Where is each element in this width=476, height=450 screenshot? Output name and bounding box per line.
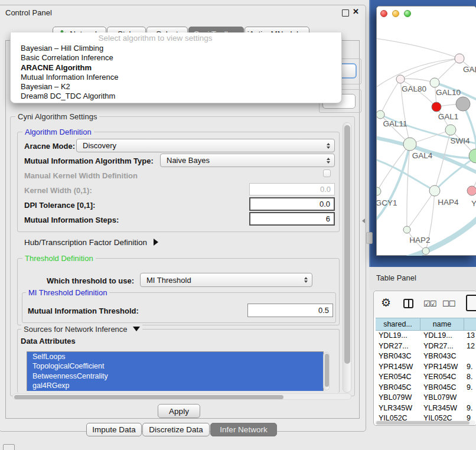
combo-spinner-icon bbox=[327, 158, 330, 164]
mi-algorithm-type-combobox[interactable]: Naive Bayes bbox=[160, 154, 335, 167]
table-cell: YBL079W bbox=[379, 393, 420, 403]
scrollbar-thumb[interactable] bbox=[376, 421, 470, 425]
attribute-item[interactable]: TopologicalCoefficient bbox=[27, 361, 323, 371]
tab-discretize-data[interactable]: Discretize Data bbox=[142, 423, 210, 436]
aracne-mode-combobox[interactable]: Discovery bbox=[76, 139, 335, 152]
node-label: GAL1 bbox=[438, 112, 459, 121]
algorithm-option[interactable]: Bayesian – Hill Climbing bbox=[11, 44, 341, 53]
node-label: GAL4 bbox=[412, 151, 433, 160]
node-label: HAP2 bbox=[409, 236, 430, 244]
network-view-window[interactable]: GAL GAL80 GAL10 GAL1 GAL11 SWI4 GAL4 GCY… bbox=[376, 6, 476, 256]
table-row[interactable]: YDR27... YDR27... 12 bbox=[374, 341, 476, 352]
panel-collapse-arrow-icon[interactable] bbox=[362, 219, 365, 223]
network-node[interactable] bbox=[377, 110, 384, 119]
attribute-list-scrollbar[interactable] bbox=[323, 352, 330, 390]
deselect-all-checks-icon[interactable]: ☐☐ bbox=[442, 299, 455, 308]
mi-algorithm-type-label: Mutual Information Algorithm Type: bbox=[24, 156, 154, 165]
sources-expander[interactable]: Sources for Network Inference bbox=[21, 325, 142, 334]
hub-definition-expander[interactable]: Hub/Transcription Factor Definition bbox=[24, 238, 158, 247]
algorithm-option[interactable]: Dream8 DC_TDC Algorithm bbox=[11, 92, 341, 101]
mi-steps-field[interactable]: 6 bbox=[249, 212, 335, 226]
table-cell: 13 bbox=[467, 331, 476, 341]
algorithm-option[interactable]: Mutual Information Inference bbox=[11, 73, 341, 82]
select-all-checks-icon[interactable]: ☑☑ bbox=[423, 299, 436, 308]
scrollbar-thumb[interactable] bbox=[344, 125, 350, 364]
dpi-tolerance-field[interactable]: 0.0 bbox=[249, 197, 335, 211]
network-node[interactable] bbox=[455, 54, 464, 63]
combo-spinner-icon bbox=[304, 277, 308, 283]
table-cell bbox=[467, 393, 476, 403]
algorithm-option[interactable]: Bayesian – K2 bbox=[11, 82, 341, 92]
attribute-item[interactable]: BetweennessCentrality bbox=[27, 371, 323, 381]
window-zoom-button[interactable] bbox=[404, 10, 411, 17]
algorithm-dropdown-popup: Select algorithm to view settings Bayesi… bbox=[10, 32, 342, 103]
tab-infer-network[interactable]: Infer Network bbox=[210, 423, 277, 436]
window-close-button[interactable] bbox=[380, 10, 387, 17]
manual-kernel-width-checkbox[interactable] bbox=[323, 169, 331, 177]
scrollbar-thumb[interactable] bbox=[14, 395, 283, 399]
dpi-tolerance-value: 0.0 bbox=[319, 200, 330, 208]
node-label: GAL10 bbox=[436, 88, 461, 97]
table-cell: YLR345W bbox=[423, 403, 464, 414]
table-cell: 12 bbox=[467, 341, 476, 352]
mi-threshold-field[interactable]: 0.5 bbox=[247, 304, 333, 317]
network-node-selected[interactable] bbox=[432, 102, 441, 112]
table-row[interactable]: YPR145W YPR145W 9. bbox=[374, 362, 476, 373]
aracne-mode-label: Aracne Mode: bbox=[24, 142, 75, 151]
settings-vertical-scrollbar[interactable] bbox=[343, 122, 351, 393]
network-node[interactable] bbox=[456, 97, 470, 111]
gear-icon[interactable]: ⚙ bbox=[381, 296, 391, 309]
new-table-icon[interactable] bbox=[466, 295, 476, 311]
apply-button[interactable]: Apply bbox=[158, 404, 200, 418]
network-canvas[interactable]: GAL GAL80 GAL10 GAL1 GAL11 SWI4 GAL4 GCY… bbox=[377, 20, 476, 256]
scrollbar-thumb[interactable] bbox=[325, 354, 329, 387]
tab-impute-data[interactable]: Impute Data bbox=[86, 423, 142, 436]
network-node[interactable] bbox=[403, 138, 416, 151]
attribute-item[interactable]: gal4RGexp bbox=[27, 381, 323, 390]
kernel-width-field[interactable]: 0.0 bbox=[249, 183, 335, 195]
column-header-partial[interactable] bbox=[464, 318, 476, 331]
network-node[interactable] bbox=[422, 247, 429, 255]
network-node[interactable] bbox=[429, 185, 440, 196]
tab-label: Discretize Data bbox=[149, 425, 203, 434]
table-cell: 9. bbox=[467, 383, 476, 393]
table-cell: YBR045C bbox=[379, 383, 420, 393]
cyni-settings-group-title: Cyni Algorithm Settings bbox=[15, 112, 99, 121]
combo-spinner-icon bbox=[327, 143, 330, 149]
split-columns-icon[interactable] bbox=[403, 299, 413, 308]
table-panel-titlebar: Table Panel bbox=[369, 268, 476, 290]
network-node[interactable] bbox=[467, 186, 476, 195]
network-node[interactable] bbox=[377, 187, 381, 195]
table-row[interactable]: YBR043C YBR043C bbox=[374, 351, 476, 362]
network-node[interactable] bbox=[430, 78, 439, 87]
attribute-item[interactable]: SelfLoops bbox=[27, 352, 323, 361]
float-window-icon[interactable] bbox=[342, 9, 349, 17]
kernel-width-value: 0.0 bbox=[320, 185, 331, 194]
table-row[interactable]: YBL079W YBL079W bbox=[374, 393, 476, 403]
column-header-shared-name[interactable]: shared... bbox=[376, 318, 420, 331]
network-node[interactable] bbox=[396, 75, 405, 83]
settings-horizontal-scrollbar[interactable] bbox=[12, 393, 351, 400]
table-row[interactable]: YBR045C YBR045C 9. bbox=[374, 383, 476, 393]
table-horizontal-scrollbar[interactable] bbox=[375, 420, 475, 425]
network-node[interactable] bbox=[403, 226, 410, 233]
column-header-name[interactable]: name bbox=[420, 318, 464, 331]
node-label: HAP4 bbox=[438, 198, 459, 207]
data-attributes-list[interactable]: SelfLoops TopologicalCoefficient Between… bbox=[27, 351, 324, 391]
algorithm-option-highlighted[interactable]: ARACNE Algorithm bbox=[11, 63, 341, 73]
table-cell: YDR27... bbox=[423, 341, 464, 352]
mi-steps-value: 6 bbox=[326, 214, 330, 223]
table-row[interactable]: YDL19... YDL19... 13 bbox=[374, 331, 476, 341]
hub-definition-label: Hub/Transcription Factor Definition bbox=[24, 238, 147, 247]
partial-toolbar-icon[interactable] bbox=[3, 444, 15, 450]
window-minimize-button[interactable] bbox=[392, 10, 399, 17]
close-icon[interactable]: ✕ bbox=[353, 7, 359, 16]
table-row[interactable]: YER054C YER054C 8. bbox=[374, 372, 476, 383]
table-row[interactable]: YLR345W YLR345W 9. bbox=[374, 403, 476, 414]
panel-divider-handle[interactable] bbox=[366, 232, 373, 244]
which-threshold-combobox[interactable]: MI Threshold bbox=[140, 273, 312, 287]
expander-collapsed-icon bbox=[154, 239, 158, 246]
network-node[interactable] bbox=[445, 125, 456, 135]
control-panel-titlebar[interactable]: Control Panel ✕ bbox=[0, 5, 366, 19]
algorithm-option[interactable]: Basic Correlation Inference bbox=[11, 53, 341, 63]
